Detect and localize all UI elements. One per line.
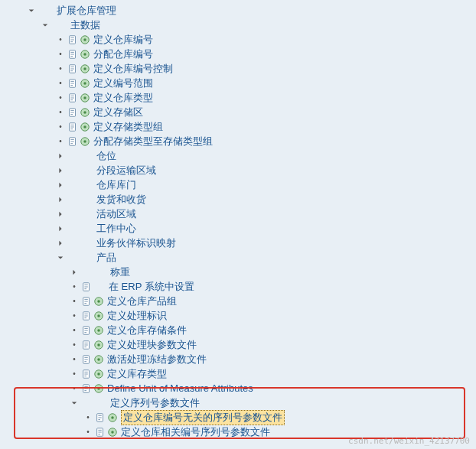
chevron-right-icon[interactable] — [55, 209, 66, 220]
tree-node-expanded[interactable]: 产品 — [0, 250, 476, 265]
tree-node-leaf[interactable]: • 在 ERP 系统中设置 — [0, 279, 476, 294]
chevron-right-icon[interactable] — [55, 238, 66, 249]
node-label: 定义序列号参数文件 — [110, 396, 200, 410]
node-label: 称重 — [110, 265, 130, 279]
node-label: 定义仓库编号控制 — [93, 62, 173, 76]
chevron-down-icon[interactable] — [55, 252, 66, 263]
doc-icon — [81, 369, 92, 379]
chevron-right-icon[interactable] — [55, 151, 66, 161]
tree-node-leaf[interactable]: • 定义处理标识 — [0, 308, 476, 323]
svg-point-27 — [97, 300, 100, 303]
tree-node-leaf[interactable]: • 定义处理块参数文件 — [0, 337, 476, 352]
execute-icon — [93, 383, 104, 394]
execute-icon — [80, 107, 90, 118]
doc-icon — [67, 136, 78, 147]
node-label: 激活处理冻结参数文件 — [107, 353, 207, 366]
watermark-text: csdn.net/weixin_42137700 — [348, 436, 470, 446]
bullet-icon: • — [69, 340, 80, 350]
doc-icon — [95, 412, 106, 423]
node-label: 定义存储区 — [93, 106, 143, 119]
tree-root: 扩展仓库管理 主数据 • 定义仓库编号 • 分配仓库编号 • 定义仓库编号控制 … — [0, 0, 476, 442]
node-label-selected: 定义仓库编号无关的序列号参数文件 — [121, 410, 285, 425]
node-label: 工作中心 — [96, 222, 136, 236]
svg-point-8 — [83, 67, 86, 70]
node-label: 业务伙伴标识映射 — [96, 236, 176, 250]
chevron-right-icon[interactable] — [69, 267, 80, 278]
svg-point-51 — [111, 431, 114, 434]
tree-node-leaf[interactable]: • 定义仓库编号 — [0, 32, 476, 47]
chevron-down-icon[interactable] — [69, 398, 80, 408]
chevron-down-icon[interactable] — [26, 5, 37, 16]
bullet-icon: • — [55, 49, 66, 60]
doc-icon — [67, 63, 78, 74]
node-label: 在 ERP 系统中设置 — [109, 280, 194, 294]
doc-icon — [67, 122, 78, 132]
tree-node-leaf[interactable]: • 定义仓库存储条件 — [0, 323, 476, 337]
chevron-down-icon[interactable] — [40, 20, 51, 31]
tree-node-leaf[interactable]: • 定义仓库产品组 — [0, 294, 476, 308]
tree-node-expanded[interactable]: 定义序列号参数文件 — [0, 395, 476, 410]
node-label: 定义仓库类型 — [93, 91, 153, 105]
bullet-icon: • — [69, 369, 80, 379]
tree-node-collapsed[interactable]: 仓位 — [0, 148, 476, 163]
tree-node-leaf[interactable]: • 定义库存类型 — [0, 366, 476, 381]
bullet-icon: • — [55, 93, 66, 103]
svg-point-42 — [97, 373, 100, 376]
doc-icon — [81, 340, 92, 350]
execute-icon — [107, 412, 118, 423]
node-label: 定义仓库相关编号序列号参数文件 — [121, 425, 270, 439]
node-label: 产品 — [96, 251, 116, 265]
tree-node-leaf[interactable]: • 分配仓库编号 — [0, 47, 476, 61]
tree-node-leaf[interactable]: • 激活处理冻结参数文件 — [0, 352, 476, 366]
execute-icon — [107, 427, 118, 438]
tree-node-leaf[interactable]: • 定义仓库类型 — [0, 90, 476, 105]
execute-icon — [93, 369, 104, 379]
doc-icon — [81, 383, 92, 394]
chevron-right-icon[interactable] — [55, 194, 66, 205]
bullet-icon: • — [83, 412, 93, 423]
bullet-icon: • — [69, 311, 80, 321]
node-label: 定义处理块参数文件 — [107, 338, 197, 352]
doc-icon — [95, 427, 106, 438]
tree-node-expanded[interactable]: 扩展仓库管理 — [0, 3, 476, 18]
doc-icon — [67, 34, 78, 45]
tree-node-leaf[interactable]: • 定义仓库编号控制 — [0, 61, 476, 76]
tree-node-collapsed[interactable]: 活动区域 — [0, 207, 476, 221]
bullet-icon: • — [83, 427, 93, 438]
tree-node-selected[interactable]: • 定义仓库编号无关的序列号参数文件 — [0, 410, 476, 425]
execute-icon — [93, 311, 104, 321]
chevron-right-icon[interactable] — [55, 165, 66, 176]
node-label: 定义存储类型组 — [93, 120, 163, 134]
bullet-icon: • — [55, 107, 66, 118]
execute-icon — [80, 63, 90, 74]
bullet-icon: • — [69, 383, 80, 394]
svg-point-36 — [97, 343, 100, 347]
tree-node-collapsed[interactable]: 称重 — [0, 265, 476, 279]
svg-point-23 — [83, 140, 86, 143]
doc-icon — [81, 354, 92, 365]
tree-node-leaf[interactable]: • 分配存储类型至存储类型组 — [0, 134, 476, 148]
node-label: 定义仓库存储条件 — [107, 324, 187, 337]
svg-point-11 — [83, 82, 86, 85]
node-label: 定义库存类型 — [107, 367, 167, 381]
tree-node-leaf[interactable]: • 定义存储区 — [0, 105, 476, 119]
execute-icon — [93, 296, 104, 307]
tree-node-collapsed[interactable]: 发货和收货 — [0, 192, 476, 207]
tree-node-collapsed[interactable]: 仓库库门 — [0, 177, 476, 192]
node-label: 定义仓库编号 — [93, 33, 153, 47]
tree-node-collapsed[interactable]: 分段运输区域 — [0, 163, 476, 177]
execute-icon — [80, 93, 90, 103]
doc-icon — [81, 296, 92, 307]
doc-icon — [67, 107, 78, 118]
tree-node-collapsed[interactable]: 工作中心 — [0, 221, 476, 236]
node-label: 分配仓库编号 — [93, 47, 153, 61]
chevron-right-icon[interactable] — [55, 223, 66, 234]
tree-node-leaf[interactable]: • Define Unit of Measure Attributes — [0, 381, 476, 395]
svg-point-48 — [111, 416, 114, 419]
tree-node-expanded[interactable]: 主数据 — [0, 18, 476, 32]
tree-node-leaf[interactable]: • 定义存储类型组 — [0, 119, 476, 134]
bullet-icon: • — [69, 354, 80, 365]
tree-node-collapsed[interactable]: 业务伙伴标识映射 — [0, 236, 476, 250]
tree-node-leaf[interactable]: • 定义编号范围 — [0, 76, 476, 90]
chevron-right-icon[interactable] — [55, 180, 66, 190]
